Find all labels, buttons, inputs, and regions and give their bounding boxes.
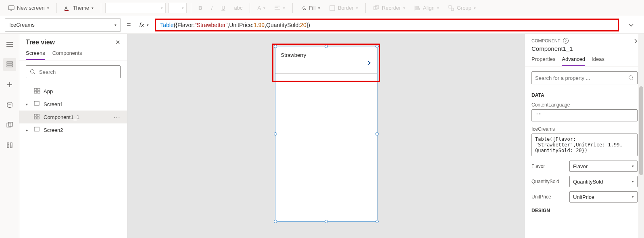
workspace: Tree view ✕ Screens Components App ▾ bbox=[0, 34, 644, 238]
screen-icon bbox=[8, 5, 15, 11]
property-search[interactable] bbox=[531, 71, 638, 84]
reorder-label: Reorder bbox=[382, 5, 401, 11]
border-icon bbox=[329, 5, 336, 11]
chevron-down-icon: ▾ bbox=[182, 6, 184, 10]
tab-properties[interactable]: Properties bbox=[531, 56, 555, 66]
insert-button[interactable] bbox=[3, 78, 16, 91]
svg-rect-34 bbox=[38, 88, 40, 90]
fx-button[interactable]: fx ▾ bbox=[137, 19, 151, 31]
new-screen-button[interactable]: New screen ▾ bbox=[5, 3, 52, 13]
scrollbar[interactable] bbox=[638, 34, 644, 238]
content-language-input[interactable]: "" bbox=[531, 109, 638, 121]
separator bbox=[250, 3, 250, 13]
close-tree-button[interactable]: ✕ bbox=[115, 39, 121, 46]
resize-handle[interactable] bbox=[375, 132, 379, 136]
left-rail bbox=[0, 34, 19, 238]
tab-screens[interactable]: Screens bbox=[26, 50, 45, 60]
bold-button[interactable]: B bbox=[195, 3, 205, 13]
search-icon bbox=[628, 75, 634, 81]
svg-rect-12 bbox=[416, 6, 419, 8]
tree-item-screen2[interactable]: ▸ Screen2 bbox=[19, 123, 127, 136]
tab-components[interactable]: Components bbox=[52, 50, 82, 60]
tab-advanced[interactable]: Advanced bbox=[562, 56, 585, 66]
component-type-label: COMPONENT bbox=[531, 38, 561, 43]
expand-formula-button[interactable] bbox=[623, 23, 639, 27]
svg-rect-42 bbox=[34, 127, 39, 131]
italic-button[interactable]: I bbox=[208, 3, 216, 13]
font-family-select[interactable]: ▾ bbox=[105, 3, 166, 13]
icecreams-input[interactable]: Table({Flavor: "Strawbetter",UnitPrice: … bbox=[531, 134, 638, 156]
formula-input[interactable]: Table({Flavor: "Strawbetter",UnitPrice: … bbox=[155, 19, 619, 31]
fill-label: Fill bbox=[309, 5, 316, 11]
align-icon bbox=[414, 5, 421, 11]
unitprice-select[interactable]: UnitPrice ▾ bbox=[569, 191, 638, 203]
strikethrough-button[interactable]: abc bbox=[231, 3, 246, 13]
data-button[interactable] bbox=[3, 98, 16, 111]
property-select[interactable]: IceCreams ▾ bbox=[5, 19, 121, 31]
align-button[interactable]: Align ▾ bbox=[411, 3, 442, 13]
tree-panel: Tree view ✕ Screens Components App ▾ bbox=[19, 34, 127, 238]
text-align-button[interactable]: ▾ bbox=[271, 3, 288, 13]
info-icon[interactable]: ? bbox=[563, 38, 569, 44]
theme-button[interactable]: A Theme ▾ bbox=[61, 3, 97, 13]
svg-rect-0 bbox=[8, 6, 14, 10]
tree-item-screen1[interactable]: ▾ Screen1 bbox=[19, 98, 127, 111]
svg-point-24 bbox=[7, 102, 12, 104]
screen-icon bbox=[34, 127, 40, 133]
reorder-button[interactable]: Reorder ▾ bbox=[370, 3, 408, 13]
tree-title: Tree view bbox=[26, 39, 55, 46]
chevron-down-icon: ▾ bbox=[632, 195, 634, 199]
resize-handle[interactable] bbox=[274, 220, 277, 223]
svg-rect-20 bbox=[7, 64, 13, 65]
prop-label: QuantitySold bbox=[531, 179, 565, 184]
more-button[interactable]: ··· bbox=[114, 114, 121, 120]
theme-icon: A bbox=[64, 5, 71, 11]
group-button[interactable]: Group ▾ bbox=[445, 3, 479, 13]
svg-text:A: A bbox=[65, 6, 68, 10]
font-size-select[interactable]: ▾ bbox=[168, 3, 187, 13]
resize-handle[interactable] bbox=[325, 220, 328, 223]
resize-handle[interactable] bbox=[274, 132, 277, 136]
expand-panel-button[interactable] bbox=[634, 38, 638, 44]
border-label: Border bbox=[338, 5, 354, 11]
hamburger-button[interactable] bbox=[3, 38, 16, 51]
equals-label: = bbox=[125, 21, 133, 29]
property-search-input[interactable] bbox=[535, 75, 628, 81]
tree-search[interactable] bbox=[26, 65, 121, 78]
svg-rect-21 bbox=[7, 66, 13, 67]
svg-rect-33 bbox=[34, 88, 37, 90]
chevron-down-icon: ▾ bbox=[47, 6, 49, 10]
quantity-select[interactable]: QuantitySold ▾ bbox=[569, 176, 638, 187]
tree-item-label: App bbox=[44, 88, 53, 94]
svg-rect-28 bbox=[10, 143, 12, 148]
scrollbar-thumb[interactable] bbox=[639, 86, 643, 175]
tab-ideas[interactable]: Ideas bbox=[592, 56, 604, 66]
svg-point-31 bbox=[31, 70, 34, 73]
tree-view-button[interactable] bbox=[3, 58, 16, 71]
fill-button[interactable]: Fill ▾ bbox=[297, 3, 323, 13]
chevron-down-icon: ▾ bbox=[161, 6, 163, 10]
chevron-down-icon: ▾ bbox=[92, 6, 94, 10]
media-button[interactable] bbox=[3, 119, 16, 132]
canvas[interactable]: Strawberry bbox=[127, 34, 525, 238]
tree-item-component1[interactable]: Component1_1 ··· bbox=[19, 111, 127, 123]
tools-button[interactable] bbox=[3, 139, 16, 152]
tree-item-app[interactable]: App bbox=[19, 85, 127, 98]
prop-label: Flavor bbox=[531, 163, 565, 169]
new-screen-label: New screen bbox=[17, 5, 45, 11]
tree-search-input[interactable] bbox=[39, 69, 117, 75]
font-color-button[interactable]: A▾ bbox=[254, 3, 269, 13]
flavor-select[interactable]: Flavor ▾ bbox=[569, 161, 638, 172]
top-toolbar: New screen ▾ A Theme ▾ ▾ ▾ B I U abc A▾ … bbox=[0, 0, 644, 16]
border-button[interactable]: Border ▾ bbox=[326, 3, 361, 13]
svg-rect-14 bbox=[449, 6, 451, 8]
resize-handle[interactable] bbox=[375, 220, 379, 223]
chevron-down-icon: ▾ bbox=[632, 164, 634, 168]
chevron-right-icon[interactable] bbox=[367, 60, 371, 66]
underline-button[interactable]: U bbox=[218, 3, 228, 13]
selected-component[interactable]: Strawberry bbox=[275, 46, 377, 222]
chevron-down-icon: ▾ bbox=[115, 23, 117, 27]
gallery-item[interactable]: Strawberry bbox=[275, 46, 377, 74]
component-name: Component1_1 bbox=[531, 45, 573, 52]
chevron-down-icon: ▾ bbox=[356, 6, 358, 10]
